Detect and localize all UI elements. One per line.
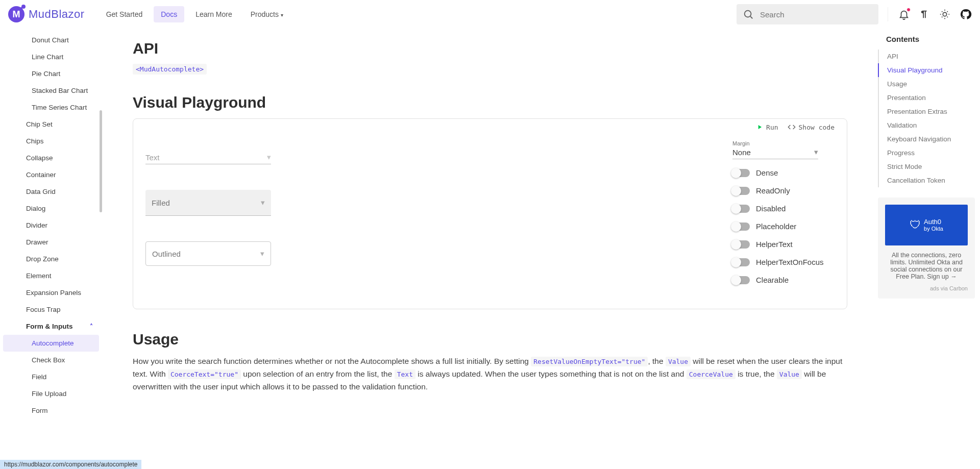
- toc-item-validation[interactable]: Validation: [878, 118, 975, 132]
- svg-point-0: [745, 11, 751, 17]
- notifications-icon[interactable]: [898, 9, 910, 20]
- toc-item-cancellation-token[interactable]: Cancellation Token: [878, 174, 975, 187]
- playground-card: Run Show code Text ▾ Filled ▾: [133, 118, 847, 309]
- chevron-down-icon: ▾: [281, 12, 283, 18]
- toc-item-presentation[interactable]: Presentation: [878, 91, 975, 105]
- top-nav: Get Started Docs Learn More Products▾: [99, 6, 290, 22]
- brand-name: MudBlazor: [29, 8, 85, 21]
- switch-helpertext-label: HelperText: [756, 240, 793, 249]
- switch-disabled[interactable]: [732, 205, 750, 213]
- margin-select[interactable]: None ▾: [732, 146, 818, 159]
- toc-item-progress[interactable]: Progress: [878, 146, 975, 160]
- sidebar-item-element[interactable]: Element: [3, 267, 99, 284]
- sidebar-item-checkbox[interactable]: Check Box: [3, 352, 99, 368]
- playground-examples: Text ▾ Filled ▾ Outlined ▾: [145, 140, 271, 293]
- sidebar-item-data-grid[interactable]: Data Grid: [3, 183, 99, 200]
- app-header: M MudBlazor Get Started Docs Learn More …: [0, 0, 980, 29]
- sidebar-item-divider[interactable]: Divider: [3, 217, 99, 234]
- autocomplete-text-variant[interactable]: Text ▾: [145, 151, 271, 164]
- ad-copy: All the connections, zero limits. Unlimi…: [885, 252, 968, 280]
- toc-item-visual-playground[interactable]: Visual Playground: [878, 63, 975, 77]
- switch-clearable[interactable]: [732, 276, 750, 284]
- svg-point-2: [943, 12, 946, 16]
- theme-toggle-icon[interactable]: [939, 9, 950, 20]
- dropdown-icon: ▾: [261, 198, 265, 207]
- header-actions: [898, 8, 972, 20]
- ad-banner: 🛡 Auth0 by Okta: [885, 205, 968, 245]
- dropdown-icon: ▾: [814, 147, 818, 157]
- sidebar-item-pie-chart[interactable]: Pie Chart: [3, 65, 99, 82]
- sidebar-item-time-series-chart[interactable]: Time Series Chart: [3, 99, 99, 116]
- autocomplete-outlined-variant[interactable]: Outlined ▾: [145, 241, 271, 266]
- sidebar-item-field[interactable]: Field: [3, 368, 99, 385]
- dropdown-icon: ▾: [260, 249, 264, 258]
- svg-line-1: [750, 16, 752, 18]
- usage-paragraph: How you write the search function determ…: [133, 355, 847, 393]
- rtl-toggle-icon[interactable]: [919, 9, 930, 20]
- playground-options: Margin None ▾ Dense ReadOnly Disabled Pl…: [732, 140, 835, 293]
- carbon-ad[interactable]: 🛡 Auth0 by Okta All the connections, zer…: [878, 198, 975, 299]
- api-component-link[interactable]: <MudAutocomplete>: [133, 64, 207, 73]
- sidebar-item-expansion-panels[interactable]: Expansion Panels: [3, 284, 99, 301]
- browser-status-bar: https://mudblazor.com/components/autocom…: [0, 460, 141, 469]
- nav-learn-more[interactable]: Learn More: [188, 6, 239, 22]
- dropdown-icon: ▾: [267, 153, 271, 162]
- brand-logo[interactable]: M MudBlazor: [8, 6, 85, 22]
- switch-dense[interactable]: [732, 169, 750, 177]
- toc-item-keyboard-navigation[interactable]: Keyboard Navigation: [878, 132, 975, 146]
- search-box[interactable]: [737, 4, 878, 24]
- section-usage-title: Usage: [133, 331, 847, 348]
- search-input[interactable]: [760, 10, 872, 19]
- sidebar-item-file-upload[interactable]: File Upload: [3, 385, 99, 402]
- github-icon[interactable]: [960, 8, 972, 20]
- sidebar-item-stacked-bar-chart[interactable]: Stacked Bar Chart: [3, 82, 99, 99]
- switch-dense-label: Dense: [756, 168, 778, 177]
- main-content: API <MudAutocomplete> Visual Playground …: [102, 29, 878, 469]
- shield-icon: 🛡: [910, 218, 921, 232]
- toc-item-api[interactable]: API: [878, 50, 975, 63]
- switch-placeholder[interactable]: [732, 223, 750, 231]
- sidebar-item-drop-zone[interactable]: Drop Zone: [3, 251, 99, 267]
- ad-attribution: ads via Carbon: [885, 285, 968, 291]
- logo-mark-icon: M: [8, 6, 24, 22]
- chevron-up-icon: ˄: [90, 323, 93, 330]
- sidebar-item-focus-trap[interactable]: Focus Trap: [3, 301, 99, 318]
- switch-helpertext[interactable]: [732, 240, 750, 249]
- sidebar-item-donut-chart[interactable]: Donut Chart: [3, 32, 99, 48]
- switch-clearable-label: Clearable: [756, 276, 789, 284]
- sidebar-item-autocomplete[interactable]: Autocomplete: [3, 335, 99, 352]
- nav-get-started[interactable]: Get Started: [99, 6, 150, 22]
- section-visual-playground-title: Visual Playground: [133, 94, 847, 111]
- sidebar-item-collapse[interactable]: Collapse: [3, 150, 99, 166]
- sidebar-nav: Donut Chart Line Chart Pie Chart Stacked…: [0, 29, 102, 469]
- sidebar-item-drawer[interactable]: Drawer: [3, 234, 99, 251]
- sidebar-item-form[interactable]: Form: [3, 402, 99, 419]
- toc-item-strict-mode[interactable]: Strict Mode: [878, 160, 975, 174]
- sidebar-scrollbar[interactable]: [100, 110, 102, 212]
- nav-products[interactable]: Products▾: [243, 6, 290, 22]
- switch-disabled-label: Disabled: [756, 204, 786, 213]
- code-icon: [788, 123, 796, 131]
- show-code-button[interactable]: Show code: [788, 123, 835, 131]
- autocomplete-filled-variant[interactable]: Filled ▾: [145, 190, 271, 216]
- toc-item-usage[interactable]: Usage: [878, 77, 975, 91]
- switch-readonly[interactable]: [732, 187, 750, 195]
- switch-helpertextonfocus-label: HelperTextOnFocus: [756, 258, 824, 266]
- sidebar-item-dialog[interactable]: Dialog: [3, 200, 99, 217]
- sidebar-item-chipset[interactable]: Chip Set: [3, 116, 99, 133]
- switch-placeholder-label: Placeholder: [756, 222, 796, 231]
- switch-readonly-label: ReadOnly: [756, 186, 790, 195]
- sidebar-group-form-inputs[interactable]: Form & Inputs ˄: [3, 318, 99, 335]
- section-api-title: API: [133, 40, 847, 57]
- toc-item-presentation-extras[interactable]: Presentation Extras: [878, 105, 975, 118]
- switch-helpertextonfocus[interactable]: [732, 258, 750, 266]
- sidebar-item-chips[interactable]: Chips: [3, 133, 99, 150]
- play-icon: [756, 124, 763, 131]
- sidebar-item-line-chart[interactable]: Line Chart: [3, 48, 99, 65]
- run-button[interactable]: Run: [756, 123, 778, 131]
- margin-select-label: Margin: [732, 140, 835, 146]
- toc-heading: Contents: [878, 35, 975, 43]
- playground-toolbar: Run Show code: [145, 123, 835, 131]
- sidebar-item-container[interactable]: Container: [3, 166, 99, 183]
- nav-docs[interactable]: Docs: [154, 6, 184, 22]
